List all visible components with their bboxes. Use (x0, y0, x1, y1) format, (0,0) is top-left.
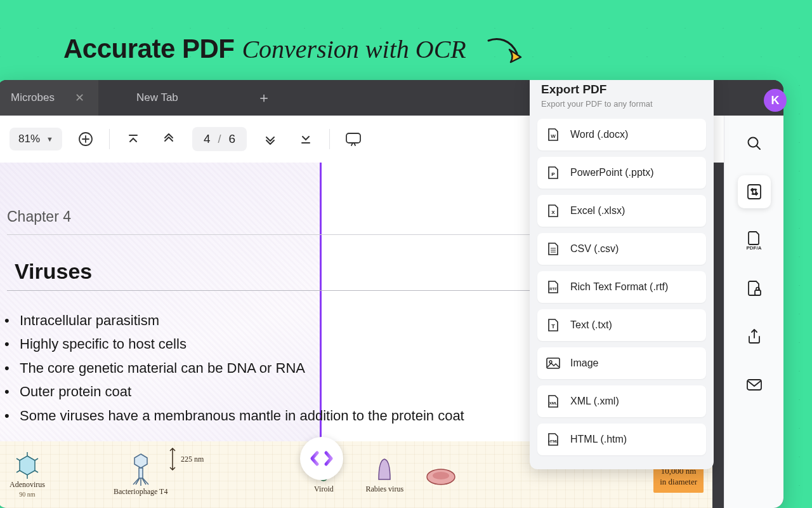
pdfa-button[interactable]: PDF/A (738, 224, 771, 257)
svg-marker-2 (20, 456, 35, 475)
export-html[interactable]: HTML HTML (.htm) (537, 424, 706, 455)
excel-icon: X (546, 204, 560, 218)
toolbar-divider (329, 129, 330, 149)
app-window: Microbes ✕ New Tab ＋ 81% ▼ 4 / 6 (0, 80, 783, 508)
export-label: Word (.docx) (570, 129, 628, 140)
export-panel: Export PDF Export your PDF to any format… (530, 80, 714, 469)
svg-point-18 (433, 472, 449, 479)
current-page: 4 (204, 132, 211, 146)
presentation-button[interactable] (341, 127, 365, 151)
xml-icon: XML (546, 394, 560, 408)
export-text[interactable]: T Text (.txt) (537, 309, 706, 341)
banner-bold-text: Accurate PDF (63, 34, 234, 64)
total-pages: 6 (229, 132, 236, 146)
zoom-dropdown[interactable]: 81% ▼ (10, 128, 62, 150)
svg-point-19 (748, 138, 757, 147)
next-page-button[interactable] (258, 127, 282, 151)
svg-line-4 (35, 458, 38, 460)
svg-rect-28 (547, 358, 560, 368)
powerpoint-icon: P (546, 166, 560, 180)
right-sidebar: PDF/A (724, 116, 783, 508)
svg-rect-21 (755, 290, 761, 295)
export-rtf[interactable]: RTF Rich Text Format (.rtf) (537, 271, 706, 303)
microbe-sub: 90 nm (19, 491, 35, 498)
export-label: CSV (.csv) (570, 243, 619, 255)
svg-rect-22 (747, 380, 761, 390)
microbe-label: Viroid (314, 485, 334, 494)
page-slash: / (218, 133, 221, 146)
curved-arrow-icon (485, 36, 530, 67)
avatar-initial: K (771, 94, 780, 107)
microbe-label: Bacteriophage T4 (114, 487, 167, 497)
last-page-button[interactable] (294, 127, 318, 151)
image-icon (546, 356, 560, 370)
first-page-button[interactable] (121, 127, 145, 151)
microbe-bacteriophage: Bacteriophage T4 (114, 453, 167, 497)
compare-slider-handle[interactable] (300, 437, 343, 480)
scale-label: 225 nm (181, 455, 204, 464)
microbe-rabies: Rabies virus (365, 455, 403, 494)
zoom-in-button[interactable] (74, 127, 98, 151)
tab-new[interactable]: New Tab (98, 80, 192, 116)
note-line: in diameter (660, 477, 697, 488)
svg-point-29 (549, 361, 552, 363)
export-label: Rich Text Format (.rtf) (570, 281, 668, 293)
svg-text:P: P (551, 171, 555, 177)
export-label: PowerPoint (.pptx) (570, 167, 654, 178)
export-label: XML (.xml) (570, 396, 619, 407)
convert-button[interactable] (738, 175, 771, 208)
svg-text:X: X (551, 210, 555, 215)
export-label: Text (.txt) (570, 319, 612, 331)
toolbar-divider (109, 129, 110, 149)
new-tab-button[interactable]: ＋ (243, 88, 285, 107)
svg-rect-20 (748, 185, 761, 199)
export-label: HTML (.htm) (570, 434, 627, 445)
user-avatar[interactable]: K (764, 89, 787, 112)
microbe-label: Rabies virus (365, 485, 403, 494)
svg-text:HTML: HTML (548, 439, 558, 443)
export-label: Image (570, 358, 598, 369)
scale-indicator: 225 nm (168, 446, 204, 472)
export-excel[interactable]: X Excel (.xlsx) (537, 195, 706, 227)
export-subtitle: Export your PDF to any format (537, 99, 706, 109)
svg-line-8 (16, 458, 20, 460)
search-button[interactable] (738, 127, 771, 160)
export-xml[interactable]: XML XML (.xml) (537, 385, 706, 417)
close-icon[interactable]: ✕ (75, 91, 84, 105)
page-indicator[interactable]: 4 / 6 (192, 127, 247, 151)
html-icon: HTML (546, 432, 560, 446)
microbe-adenovirus: Adenovirus 90 nm (10, 452, 45, 498)
pdfa-label: PDF/A (747, 245, 762, 251)
mail-button[interactable] (738, 368, 771, 401)
share-button[interactable] (738, 320, 771, 353)
svg-text:XML: XML (549, 401, 558, 405)
protect-button[interactable] (738, 272, 771, 305)
text-icon: T (546, 318, 560, 332)
export-csv[interactable]: CSV (.csv) (537, 233, 706, 265)
tab-microbes[interactable]: Microbes ✕ (0, 80, 98, 116)
word-icon: W (546, 128, 560, 142)
svg-text:RTF: RTF (549, 287, 557, 291)
hero-banner: Accurate PDF Conversion with OCR (63, 30, 530, 67)
svg-text:W: W (551, 133, 556, 139)
prev-page-button[interactable] (157, 127, 181, 151)
rtf-icon: RTF (546, 280, 560, 294)
export-word[interactable]: W Word (.docx) (537, 119, 706, 150)
microbe-bloodcell (425, 464, 457, 486)
svg-line-7 (16, 471, 20, 472)
svg-rect-1 (346, 133, 360, 143)
chevron-down-icon: ▼ (46, 135, 53, 143)
csv-icon (546, 242, 560, 256)
zoom-value: 81% (18, 133, 40, 145)
tab-label: New Tab (136, 91, 178, 104)
svg-marker-9 (134, 454, 147, 468)
svg-rect-10 (139, 468, 143, 478)
tab-label: Microbes (11, 91, 55, 104)
export-image[interactable]: Image (537, 347, 706, 379)
export-label: Excel (.xlsx) (570, 205, 625, 217)
banner-script-text: Conversion with OCR (242, 34, 466, 64)
svg-line-5 (35, 471, 38, 472)
export-powerpoint[interactable]: P PowerPoint (.pptx) (537, 157, 706, 189)
svg-text:T: T (551, 323, 555, 330)
export-title: Export PDF (537, 83, 706, 97)
